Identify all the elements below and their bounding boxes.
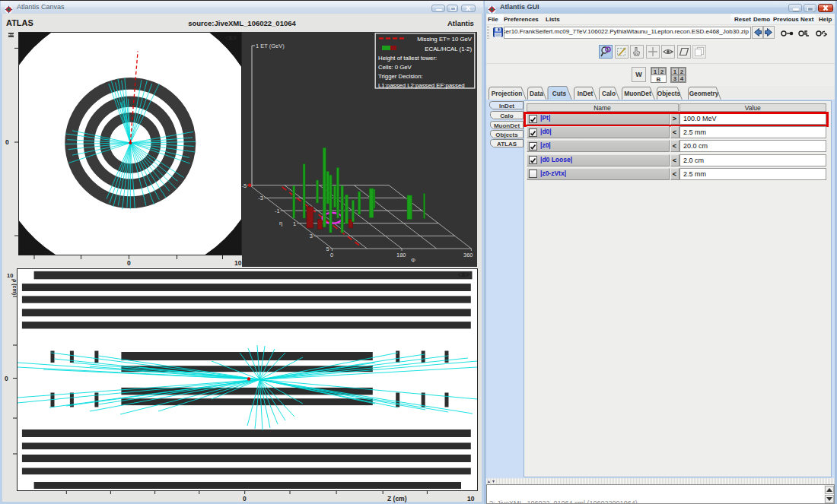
svg-text:Geometry: Geometry (689, 90, 719, 97)
svg-text:Objects: Objects (495, 132, 518, 138)
svg-text:1: 1 (673, 68, 677, 75)
svg-text:Z (cm): Z (cm) (387, 495, 407, 502)
svg-text:MuonDet: MuonDet (494, 122, 520, 129)
svg-text:Trigger Decision:: Trigger Decision: (378, 73, 423, 80)
svg-text:10: 10 (234, 259, 242, 267)
svg-text:2: 2 (660, 68, 664, 75)
svg-text:Calo: Calo (500, 113, 513, 119)
svg-text:ATLAS: ATLAS (497, 141, 517, 147)
svg-text:-3: -3 (258, 195, 263, 201)
svg-text:0: 0 (243, 495, 247, 502)
svg-text:Height of tallest tower:: Height of tallest tower: (378, 55, 437, 62)
svg-text:3: 3 (310, 233, 313, 239)
svg-text:L1:passed L2:passed EF:passed: L1:passed L2:passed EF:passed (378, 82, 465, 89)
svg-text:5: 5 (326, 246, 329, 252)
svg-text:10: 10 (467, 495, 475, 502)
svg-text:10: 10 (7, 272, 13, 279)
svg-text:-5: -5 (242, 182, 247, 189)
svg-text:Φ: Φ (411, 257, 415, 264)
svg-text:B: B (657, 76, 661, 83)
svg-text:ρ (cm): ρ (cm) (11, 279, 17, 295)
svg-text:Objects: Objects (657, 90, 681, 97)
svg-text:InDet: InDet (578, 90, 594, 97)
svg-text:0: 0 (5, 138, 9, 146)
svg-text:ECAL/HCAL (1-2): ECAL/HCAL (1-2) (425, 46, 472, 52)
svg-text:1 ET (GeV): 1 ET (GeV) (256, 43, 285, 49)
svg-text:0: 0 (5, 375, 8, 382)
svg-text:Data: Data (530, 90, 543, 97)
svg-text:-1: -1 (275, 208, 280, 214)
svg-text:Projection: Projection (492, 90, 523, 97)
svg-text:0: 0 (330, 252, 333, 258)
svg-text:0: 0 (127, 259, 131, 267)
svg-text:3: 3 (673, 75, 677, 82)
svg-text:1: 1 (293, 220, 296, 227)
svg-text:MuonDet: MuonDet (624, 90, 651, 97)
svg-text:1: 1 (654, 68, 657, 75)
svg-text:2: 2 (680, 68, 684, 75)
svg-text:180: 180 (396, 252, 406, 258)
svg-text:Calo: Calo (602, 90, 616, 97)
svg-text:Cells: 0 GeV: Cells: 0 GeV (378, 64, 412, 71)
svg-text:InDet: InDet (499, 103, 514, 109)
svg-text:4: 4 (680, 75, 684, 82)
svg-text:Missing ET= 10 GeV: Missing ET= 10 GeV (417, 36, 473, 43)
svg-text:Cuts: Cuts (552, 90, 567, 97)
svg-text:360: 360 (463, 252, 473, 258)
svg-text:η: η (279, 220, 282, 227)
